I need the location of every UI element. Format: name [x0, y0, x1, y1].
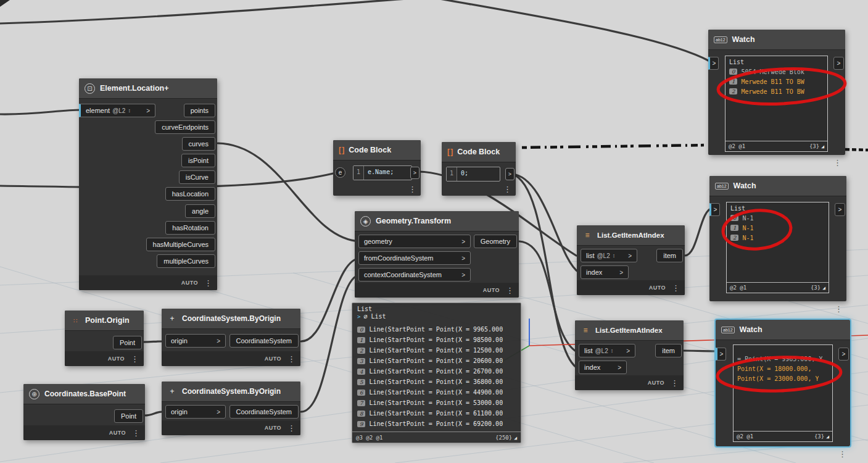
- node-menu-icon[interactable]: ⋮: [503, 185, 511, 193]
- preview-rows[interactable]: 0Line(StartPoint = Point(X = 9965.000 1L…: [352, 324, 521, 432]
- element-location-icon: ⊡: [85, 83, 95, 94]
- node-header[interactable]: ≡ List.GetItemAtIndex: [575, 320, 684, 341]
- port-points[interactable]: points: [184, 104, 215, 117]
- level-stepper-icon[interactable]: ↕: [613, 252, 616, 259]
- node-header[interactable]: + CoordinateSystem.ByOrigin: [162, 309, 300, 329]
- port-CoordinateSystem[interactable]: CoordinateSystem: [229, 405, 299, 419]
- level-stepper-icon[interactable]: ↕: [611, 348, 614, 354]
- node-get-item-at-index-1[interactable]: ≡ List.GetItemAtIndex list @L2 ↕ > index…: [577, 225, 685, 295]
- node-header[interactable]: + CoordinateSystem.ByOrigin: [162, 382, 300, 402]
- node-header[interactable]: ≡ List.GetItemAtIndex: [577, 225, 685, 246]
- code-block-icon: [ ]: [339, 146, 344, 154]
- port-watch-input[interactable]: >: [708, 57, 719, 70]
- node-element-location[interactable]: ⊡ Element.Location+ element @L2 ↕ > poin…: [79, 78, 217, 290]
- node-watch-3[interactable]: ab12 Watch > > = Point(X = 9965.000, Y P…: [716, 320, 850, 446]
- node-geometry-transform[interactable]: ◈ Geometry.Transform geometry > fromCoor…: [355, 211, 519, 298]
- port-output[interactable]: >: [410, 167, 420, 179]
- port-fromCoordinateSystem[interactable]: fromCoordinateSystem >: [358, 251, 471, 265]
- list-preview-bubble[interactable]: List > ∅ List 0Line(StartPoint = Point(X…: [352, 302, 521, 443]
- node-footer: AUTO ⋮: [162, 420, 300, 435]
- node-menu-icon[interactable]: ⋮: [287, 424, 296, 432]
- node-header[interactable]: ⊕ Coordinates.BasePoint: [23, 384, 145, 404]
- node-menu-icon[interactable]: ⋮: [838, 449, 846, 459]
- node-get-item-at-index-2[interactable]: ≡ List.GetItemAtIndex list @L2 ↕ > index…: [575, 320, 684, 390]
- port-origin[interactable]: origin >: [165, 405, 226, 419]
- port-Point[interactable]: Point: [113, 336, 142, 349]
- port-curves[interactable]: curves: [182, 137, 215, 151]
- node-menu-icon[interactable]: ⋮: [287, 355, 296, 363]
- node-menu-icon[interactable]: ⋮: [132, 429, 140, 437]
- node-menu-icon[interactable]: ⋮: [408, 185, 416, 193]
- node-menu-icon[interactable]: ⋮: [833, 158, 841, 167]
- resize-handle-icon[interactable]: ◢: [826, 434, 829, 440]
- node-point-origin[interactable]: ∷ Point.Origin Point AUTO ⋮: [65, 311, 144, 366]
- port-origin[interactable]: origin >: [165, 334, 226, 348]
- node-menu-icon[interactable]: ⋮: [672, 284, 680, 292]
- port-CoordinateSystem[interactable]: CoordinateSystem: [229, 334, 299, 348]
- node-title: Code Block: [349, 146, 391, 154]
- port-geometry[interactable]: geometry >: [358, 235, 471, 248]
- node-watch-2[interactable]: ab12 Watch > > List 0N-1 1N-1 2N-1 @2 @1…: [709, 176, 846, 301]
- preview-root-row[interactable]: > ∅ List: [352, 312, 521, 320]
- port-hasRotation[interactable]: hasRotation: [165, 221, 215, 235]
- code-editor[interactable]: 1 0;: [446, 167, 500, 181]
- node-cs-by-origin-1[interactable]: + CoordinateSystem.ByOrigin origin > Coo…: [162, 309, 300, 366]
- level-stepper-icon[interactable]: ↕: [128, 107, 131, 114]
- watch-list-view[interactable]: List 05054_Merwede_Blok 1Merwede_B11_TO_…: [725, 56, 828, 152]
- node-footer: AUTO ⋮: [162, 351, 300, 366]
- port-watch-output[interactable]: >: [838, 348, 849, 361]
- node-header[interactable]: ⊡ Element.Location+: [79, 78, 217, 99]
- node-header[interactable]: ab12 Watch: [709, 176, 846, 196]
- node-header[interactable]: [ ] Code Block: [333, 140, 421, 161]
- port-index[interactable]: index >: [581, 265, 629, 279]
- node-code-block-1[interactable]: [ ] Code Block e 1 e.Name; > ⋮: [333, 140, 421, 196]
- node-watch-1[interactable]: ab12 Watch > > List 05054_Merwede_Blok 1…: [708, 30, 845, 155]
- port-output[interactable]: >: [505, 168, 515, 180]
- resize-handle-icon[interactable]: ◢: [822, 285, 825, 291]
- port-list[interactable]: list @L2 ↕ >: [579, 344, 635, 357]
- port-list[interactable]: list @L2 ↕ >: [581, 249, 637, 262]
- code-editor[interactable]: 1 e.Name;: [353, 165, 412, 180]
- port-item[interactable]: item: [656, 249, 683, 262]
- watch-footer: @2 @1 {3}◢: [734, 431, 832, 441]
- port-isPoint[interactable]: isPoint: [181, 154, 215, 167]
- node-header[interactable]: ab12 Watch: [708, 30, 845, 50]
- port-hasLocation[interactable]: hasLocation: [165, 187, 215, 201]
- node-header[interactable]: ab12 Watch: [716, 320, 850, 340]
- node-code-block-2[interactable]: [ ] Code Block 1 0; > ⋮: [442, 142, 516, 196]
- port-angle[interactable]: angle: [185, 204, 215, 218]
- port-watch-input[interactable]: >: [709, 203, 720, 216]
- node-menu-icon[interactable]: ⋮: [131, 355, 139, 363]
- node-header[interactable]: ∷ Point.Origin: [65, 311, 144, 331]
- watch-icon: ab12: [714, 36, 727, 43]
- watch-list-view[interactable]: List 0N-1 1N-1 2N-1 @2 @1 {3}◢: [726, 202, 829, 293]
- port-element-input[interactable]: element @L2 ↕ >: [79, 104, 155, 117]
- list-item: 0N-1: [727, 213, 829, 223]
- resize-handle-icon[interactable]: ◢: [514, 435, 517, 441]
- port-Geometry[interactable]: Geometry: [474, 235, 517, 248]
- port-contextCoordinateSystem[interactable]: contextCoordinateSystem >: [358, 268, 471, 282]
- port-hasMultipleCurves[interactable]: hasMultipleCurves: [146, 238, 215, 251]
- port-curveEndpoints[interactable]: curveEndpoints: [155, 120, 215, 134]
- port-multipleCurves[interactable]: multipleCurves: [157, 254, 215, 268]
- resize-handle-icon[interactable]: ◢: [821, 144, 824, 149]
- node-header[interactable]: [ ] Code Block: [442, 142, 516, 162]
- node-cs-by-origin-2[interactable]: + CoordinateSystem.ByOrigin origin > Coo…: [162, 382, 300, 435]
- node-header[interactable]: ◈ Geometry.Transform: [355, 211, 519, 231]
- node-menu-icon[interactable]: ⋮: [835, 304, 843, 314]
- node-menu-icon[interactable]: ⋮: [204, 279, 212, 287]
- port-index[interactable]: index >: [579, 361, 627, 374]
- port-item[interactable]: item: [655, 344, 682, 357]
- watch-list-view[interactable]: = Point(X = 9965.000, Y Point(X = 18000.…: [733, 344, 833, 442]
- axis-icon: +: [167, 387, 177, 396]
- node-menu-icon[interactable]: ⋮: [671, 379, 679, 387]
- expand-chevron-icon[interactable]: >: [357, 314, 360, 320]
- node-menu-icon[interactable]: ⋮: [506, 286, 514, 294]
- node-coordinates-basepoint[interactable]: ⊕ Coordinates.BasePoint Point AUTO ⋮: [23, 384, 145, 440]
- port-e-input[interactable]: e: [335, 167, 345, 178]
- port-isCurve[interactable]: isCurve: [179, 170, 215, 184]
- port-watch-output[interactable]: >: [833, 57, 844, 70]
- port-watch-input[interactable]: >: [716, 348, 726, 361]
- port-watch-output[interactable]: >: [835, 203, 845, 216]
- port-Point[interactable]: Point: [114, 409, 143, 423]
